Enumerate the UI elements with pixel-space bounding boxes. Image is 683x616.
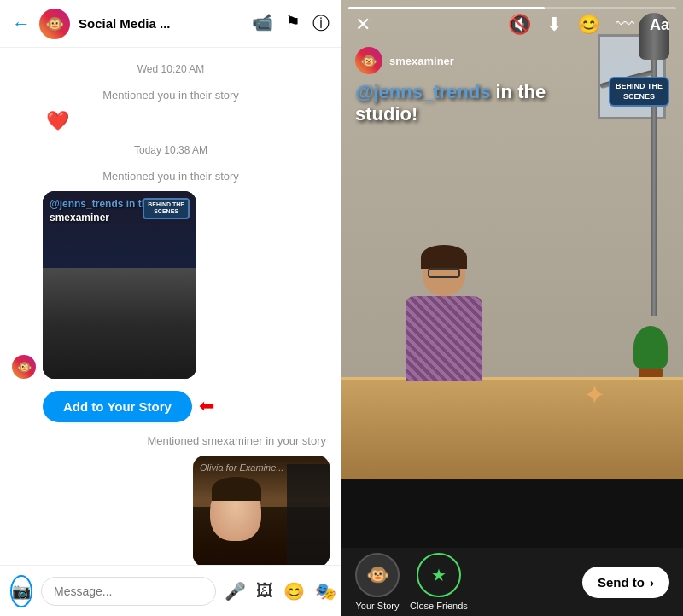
photo-picker-icon[interactable]: 🖼: [256, 581, 273, 601]
bottom-icons: 🎤 🖼 😊 🎭: [225, 581, 336, 601]
right-panel: ✕ 🔇 ⬇ 😊 〰 Aa: [342, 0, 683, 616]
close-friends-label: Close Friends: [410, 601, 468, 611]
selfie-bg: Olivia for Examine...: [193, 456, 330, 565]
drawing-icon[interactable]: 〰: [616, 14, 634, 36]
emoji-icon[interactable]: 😊: [577, 14, 600, 36]
message-input[interactable]: [41, 577, 216, 606]
story-viewer: ✦ 🐵 smexaminer @jenns_trends in thestudi…: [342, 0, 683, 548]
red-arrow-icon: ⬅: [199, 395, 214, 417]
your-story-option[interactable]: 🐵 Your Story: [355, 553, 400, 611]
timestamp-1: Wed 10:20 AM: [12, 63, 330, 75]
mention-handle: @jenns_trends: [355, 81, 490, 102]
mic-stand: [651, 26, 657, 316]
system-msg-3: Mentioned smexaminer in your story: [12, 434, 330, 447]
download-icon[interactable]: ⬇: [546, 14, 562, 36]
text-tool-icon[interactable]: Aa: [650, 16, 669, 34]
system-msg-2: Mentioned you in their story: [12, 170, 330, 183]
camera-icon: 📷: [12, 582, 31, 601]
avatar: 🐵: [39, 9, 70, 39]
flag-icon[interactable]: ⚑: [285, 12, 301, 35]
close-friends-circle: ★: [417, 553, 461, 597]
story-overlay-text: @jenns_trends in the smexaminer: [50, 198, 154, 224]
activity-icon[interactable]: 🎭: [315, 581, 336, 601]
story-card-inner: @jenns_trends in the smexaminer BEHIND T…: [43, 191, 196, 379]
close-button[interactable]: ✕: [355, 14, 371, 36]
selfie-card[interactable]: Olivia for Examine...: [193, 456, 330, 565]
selfie-overlay-text: Olivia for Examine...: [200, 462, 283, 473]
messages-area: Wed 10:20 AM Mentioned you in their stor…: [0, 48, 342, 565]
story-subtext: smexaminer: [50, 212, 109, 224]
story-poster-avatar: 🐵: [355, 47, 382, 74]
mute-icon[interactable]: 🔇: [508, 14, 531, 36]
plant: [633, 326, 668, 377]
story-top-icons: 🔇 ⬇ 😊 〰 Aa: [508, 14, 669, 36]
send-to-label: Send to: [598, 575, 645, 590]
send-to-button[interactable]: Send to ›: [582, 567, 669, 598]
top-bar: ← 🐵 Social Media ... 📹 ⚑ ⓘ: [0, 0, 342, 48]
story-content: ✦ 🐵 smexaminer @jenns_trends in thestudi…: [342, 0, 683, 548]
send-chevron-icon: ›: [650, 575, 654, 590]
video-call-icon[interactable]: 📹: [252, 12, 273, 35]
story-bottom-bar: 🐵 Your Story ★ Close Friends Send to ›: [342, 548, 683, 616]
sender-avatar: 🐵: [12, 355, 36, 379]
story-top-bar: ✕ 🔇 ⬇ 😊 〰 Aa: [342, 0, 683, 43]
story-scene-bg: [43, 268, 196, 379]
person-glasses: [428, 268, 460, 278]
behind-scenes-badge: BEHIND THE SCENES: [143, 198, 190, 219]
camera-button[interactable]: 📷: [10, 575, 32, 607]
sparkle-icon: ✦: [583, 379, 606, 411]
person-body: [406, 296, 482, 381]
your-story-label: Your Story: [356, 601, 400, 611]
studio-person: [393, 249, 495, 386]
story-mention: @jenns_trends in the: [50, 198, 154, 210]
mic-icon[interactable]: 🎤: [225, 581, 246, 601]
story-card[interactable]: @jenns_trends in the smexaminer BEHIND T…: [43, 191, 196, 379]
story-behind-scenes-badge: BEHIND THE SCENES: [609, 77, 669, 107]
plant-leaves: [633, 326, 668, 369]
person-head: [423, 249, 465, 296]
add-story-row: Add to Your Story ⬅: [12, 386, 330, 426]
story-mention-text: @jenns_trends in thestudio!: [355, 81, 546, 126]
top-icons: 📹 ⚑ ⓘ: [252, 12, 330, 35]
add-to-story-button[interactable]: Add to Your Story: [43, 391, 192, 422]
heart-icon: ❤️: [46, 110, 69, 132]
timestamp-2: Today 10:38 AM: [12, 144, 330, 156]
heart-reaction: ❤️: [12, 110, 330, 132]
selfie-message-row: Olivia for Examine...: [12, 456, 330, 565]
back-button[interactable]: ←: [12, 13, 31, 35]
green-star-icon: ★: [431, 565, 447, 585]
story-user-info: 🐵 smexaminer: [355, 47, 454, 74]
bottom-bar: 📷 🎤 🖼 😊 🎭: [0, 565, 342, 616]
story-message-row: 🐵 @jenns_trends in the smexaminer BEHIND…: [12, 191, 330, 379]
system-msg-1: Mentioned you in their story: [12, 89, 330, 102]
conversation-title: Social Media ...: [79, 16, 243, 31]
info-icon[interactable]: ⓘ: [312, 12, 330, 35]
close-friends-option[interactable]: ★ Close Friends: [410, 553, 468, 611]
left-panel: ← 🐵 Social Media ... 📹 ⚑ ⓘ Wed 10:20 AM …: [0, 0, 342, 616]
person-hair: [421, 245, 467, 269]
story-poster-username: smexaminer: [389, 55, 454, 67]
sticker-icon[interactable]: 😊: [283, 581, 305, 601]
story-text-overlay: @jenns_trends in thestudio!: [355, 81, 546, 126]
your-story-circle: 🐵: [355, 553, 400, 597]
studio-desk: [342, 377, 683, 479]
